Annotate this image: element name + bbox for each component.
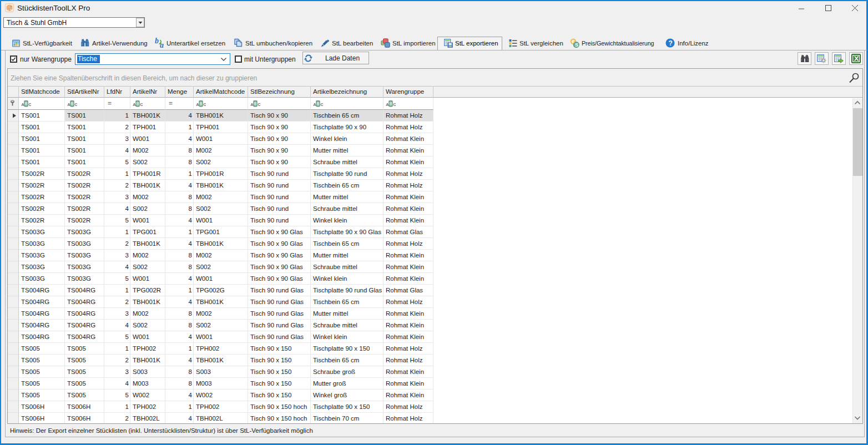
svg-text:C: C [203, 102, 206, 107]
svg-text:C: C [28, 102, 31, 107]
svg-text:?: ? [669, 39, 673, 47]
svg-text:C: C [320, 102, 323, 107]
svg-text:C: C [393, 102, 396, 107]
svg-text:A: A [313, 102, 316, 107]
svg-text:b: b [155, 37, 159, 45]
svg-text:A: A [386, 102, 389, 107]
svg-text:C: C [140, 102, 143, 107]
svg-text:A: A [21, 102, 24, 107]
svg-text:S: S [575, 42, 578, 48]
svg-text:A: A [67, 102, 70, 107]
svg-text:C: C [258, 102, 260, 107]
svg-text:C: C [74, 102, 77, 107]
svg-text:a: a [160, 41, 164, 48]
